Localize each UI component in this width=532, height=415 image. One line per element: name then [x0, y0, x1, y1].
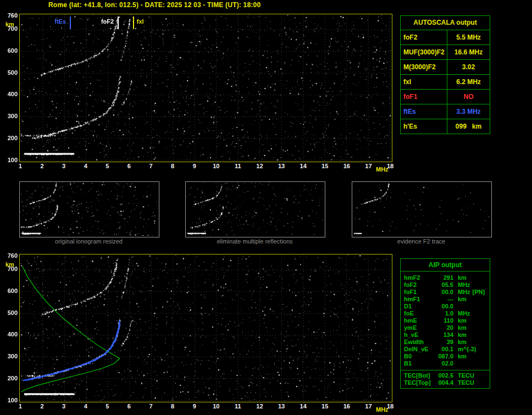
- y-tick-top-200: 200: [3, 135, 18, 141]
- aip-row-DelN_vE: DelN_vE00.1m^(-3): [404, 346, 490, 353]
- autoscala-row-value: 099 km: [447, 119, 490, 134]
- aip-row-value: 004.4: [436, 379, 453, 386]
- autoscala-row-label: h'Es: [401, 119, 447, 134]
- aip-row-label: B0: [404, 353, 436, 360]
- y-tick-bottom-200: 200: [3, 375, 18, 381]
- aip-row-unit: TECU: [458, 372, 474, 379]
- autoscala-row-fxI: fxI6.2 MHz: [401, 75, 490, 90]
- aip-row-value: 002.5: [436, 372, 453, 379]
- aip-row-value: 02.0: [436, 360, 453, 367]
- aip-row-foE: foE1.0MHz: [404, 310, 490, 317]
- y-tick-top-760: 760: [3, 12, 18, 19]
- x-tick-bottom-2: 2: [36, 403, 48, 410]
- ionogram-main-plot: [19, 14, 392, 162]
- aip-row-unit: km: [458, 353, 467, 360]
- autoscala-output-panel: AUTOSCALA output foF25.5 MHzMUF(3000)F21…: [400, 15, 490, 134]
- y-axis-unit-bottom: km: [5, 261, 14, 268]
- aip-row-value: 110: [436, 317, 453, 324]
- x-tick-top-3: 3: [58, 163, 70, 169]
- aip-row-Ewidth: Ewidth39km: [404, 339, 490, 346]
- aip-rows: hmF2291kmfoF205.5MHzfoF100.0MHz[PN]hmF1-…: [401, 272, 490, 368]
- aip-row-label: B1: [404, 360, 436, 367]
- autoscala-row-h'Es: h'Es099 km: [401, 119, 490, 134]
- aip-row-B0: B0087.0km: [404, 353, 490, 360]
- aip-row-label: h_vE: [404, 331, 436, 339]
- autoscala-row-label: ftEs: [401, 104, 447, 119]
- aip-row-unit: km: [458, 331, 467, 339]
- aip-row-value: 00.1: [436, 346, 453, 353]
- autoscala-row-MUF(3000)F2: MUF(3000)F216.6 MHz: [401, 45, 490, 60]
- foF2-marker-line: [118, 16, 119, 29]
- aip-row-label: hmE: [404, 317, 436, 324]
- fxI-marker-line: [133, 16, 134, 29]
- x-tick-bottom-7: 7: [145, 403, 157, 410]
- aip-row-foF1: foF100.0MHz[PN]: [404, 289, 490, 296]
- aip-row-unit: km: [458, 324, 467, 331]
- x-tick-bottom-4: 4: [80, 403, 92, 410]
- thumbnail-original-ionogram: [19, 181, 159, 237]
- ionogram-profile-plot: [19, 254, 392, 402]
- aip-row-unit: TECU: [458, 379, 474, 386]
- autoscala-row-M(3000)F2: M(3000)F23.02: [401, 60, 490, 75]
- thumbnail-caption-filtered: eliminate multiple reflections: [185, 238, 325, 245]
- page-title: Rome (lat: +41.8, lon: 012.5) - DATE: 20…: [48, 1, 261, 9]
- autoscala-row-value: 16.6 MHz: [447, 45, 490, 59]
- aip-row-value: 00.0: [436, 303, 453, 310]
- aip-row-value: 05.5: [436, 281, 453, 289]
- y-tick-bottom-400: 400: [3, 331, 18, 337]
- aip-tec-rows: TEC[Bot]002.5TECUTEC[Top]004.4TECU: [401, 370, 490, 388]
- autoscala-row-foF1: foF1NO: [401, 90, 490, 104]
- x-axis-unit-bottom: MHz: [376, 406, 389, 413]
- aip-row-label: TEC[Bot]: [404, 372, 436, 379]
- x-tick-top-1: 1: [14, 163, 26, 169]
- autoscala-row-foF2: foF25.5 MHz: [401, 30, 490, 45]
- aip-row-label: hmF2: [404, 274, 436, 281]
- y-tick-top-600: 600: [3, 47, 18, 54]
- y-tick-top-300: 300: [3, 113, 18, 119]
- autoscala-app-window: Rome (lat: +41.8, lon: 012.5) - DATE: 20…: [0, 0, 532, 415]
- aip-output-panel: AIP output hmF2291kmfoF205.5MHzfoF100.0M…: [400, 258, 490, 389]
- aip-row-note: [PN]: [473, 289, 485, 296]
- aip-row-unit: MHz: [458, 289, 470, 296]
- aip-row-unit: m^(-3): [458, 346, 476, 353]
- y-tick-bottom-760: 760: [3, 252, 18, 259]
- x-tick-bottom-3: 3: [58, 403, 70, 410]
- aip-row-unit: km: [458, 317, 467, 324]
- aip-row-value: 20: [436, 324, 453, 331]
- ionogram-profile-canvas: [20, 254, 391, 401]
- x-tick-bottom-15: 15: [319, 403, 331, 410]
- fxI-marker-label: fxI: [137, 18, 144, 25]
- aip-row-value: 1.0: [436, 310, 453, 317]
- aip-row-value: 134: [436, 331, 453, 339]
- autoscala-rows: foF25.5 MHzMUF(3000)F216.6 MHzM(3000)F23…: [401, 30, 490, 134]
- aip-row-label: foF2: [404, 281, 436, 289]
- aip-row-D1: D100.0: [404, 303, 490, 310]
- ftEs-marker-label: ftEs: [54, 18, 66, 25]
- aip-row-TEC[Bot]: TEC[Bot]002.5TECU: [404, 372, 490, 379]
- aip-row-label: DelN_vE: [404, 346, 436, 353]
- autoscala-row-value: 3.02: [447, 60, 490, 74]
- autoscala-row-ftEs: ftEs3.3 MHz: [401, 104, 490, 119]
- aip-row-value: ---: [436, 296, 453, 303]
- x-tick-bottom-12: 12: [253, 403, 265, 410]
- y-tick-bottom-300: 300: [3, 353, 18, 359]
- aip-row-label: D1: [404, 303, 436, 310]
- aip-row-h_vE: h_vE134km: [404, 331, 490, 339]
- autoscala-row-label: fxI: [401, 75, 447, 89]
- thumbnail-f2-trace: [352, 181, 492, 237]
- x-tick-bottom-1: 1: [14, 403, 26, 410]
- x-tick-bottom-6: 6: [123, 403, 135, 410]
- y-tick-bottom-600: 600: [3, 287, 18, 294]
- aip-row-value: 291: [436, 274, 453, 281]
- x-tick-bottom-8: 8: [167, 403, 179, 410]
- aip-row-unit: MHz: [458, 310, 470, 317]
- x-tick-top-14: 14: [297, 163, 309, 169]
- x-tick-top-7: 7: [145, 163, 157, 169]
- x-tick-bottom-11: 11: [232, 403, 244, 410]
- ionogram-main-canvas: [20, 14, 391, 161]
- x-tick-top-12: 12: [253, 163, 265, 169]
- autoscala-row-label: foF2: [401, 30, 447, 45]
- x-tick-bottom-5: 5: [101, 403, 113, 410]
- x-tick-top-5: 5: [101, 163, 113, 169]
- thumbnail-caption-original: original ionogram resized: [19, 238, 159, 245]
